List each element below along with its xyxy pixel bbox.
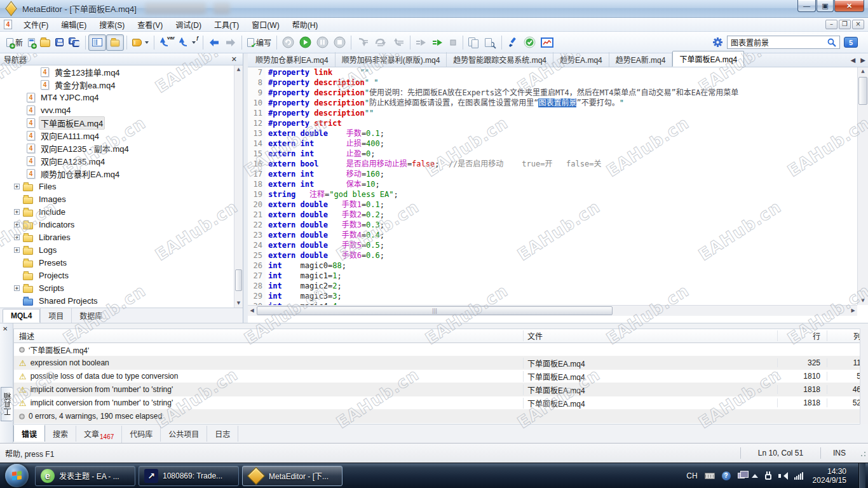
- toolbox-tab-错误[interactable]: 错误: [13, 424, 45, 442]
- volume-icon[interactable]: [778, 472, 787, 480]
- step-into-button[interactable]: [354, 34, 372, 51]
- code-line[interactable]: 20extern double 手数1=0.1;: [248, 200, 857, 210]
- code-line[interactable]: 9#property description"使用说明：先把面板EA放在Expe…: [248, 88, 857, 98]
- scroll-up-icon[interactable]: ▲: [234, 65, 243, 74]
- power-icon[interactable]: [765, 474, 771, 480]
- show-desktop-button[interactable]: [858, 463, 865, 488]
- code-line[interactable]: 23extern double 手数4=0.4;: [248, 230, 857, 240]
- gear-icon[interactable]: [712, 37, 723, 48]
- restart-debug-button[interactable]: [280, 34, 297, 51]
- tree-item[interactable]: 4黄金123挂单.mq4: [0, 65, 234, 78]
- scrollbar-thumb[interactable]: [858, 77, 867, 105]
- menu-item[interactable]: 搜索(S): [93, 17, 131, 32]
- stop-debug-button[interactable]: [331, 34, 348, 51]
- expand-icon[interactable]: +: [14, 285, 20, 291]
- scroll-right-icon[interactable]: ▶: [849, 306, 857, 316]
- scroll-up-icon[interactable]: ▲: [858, 67, 868, 76]
- editor-hscrollbar[interactable]: ◀ ||| ▶: [248, 305, 857, 316]
- code-line[interactable]: 28int magic2=2;: [248, 281, 857, 291]
- tree-item[interactable]: +Include: [0, 205, 234, 218]
- editor-tab[interactable]: 下单面板EA.mq4: [672, 51, 744, 67]
- code-line[interactable]: 15extern int 止盈=0;: [248, 149, 857, 159]
- menu-item[interactable]: 编辑(E): [55, 17, 93, 32]
- continue-button[interactable]: [430, 34, 446, 51]
- menu-item[interactable]: 帮助(H): [286, 17, 325, 32]
- error-row[interactable]: ⚠expression not boolean下单面板EA.mq432511: [14, 356, 867, 370]
- maximize-button[interactable]: ▣: [817, 0, 834, 12]
- navigator-close-icon[interactable]: ✕: [229, 55, 239, 64]
- expand-icon[interactable]: +: [14, 222, 20, 227]
- editor-tab[interactable]: 趋势EA新.mq4: [609, 52, 673, 67]
- tree-item[interactable]: 4顺势加仓暴利EA.mq4: [0, 167, 234, 180]
- code-line[interactable]: 8#property description" ": [248, 78, 857, 88]
- minimize-button[interactable]: —: [797, 0, 816, 12]
- tree-item[interactable]: 4黄金分割ea.mq4: [0, 78, 234, 91]
- code-line[interactable]: 25extern double 手数6=0.6;: [248, 250, 857, 261]
- toggle-navigator-button[interactable]: [88, 34, 106, 51]
- tree-item[interactable]: 4双向EA1235 - 副本.mq4: [0, 142, 234, 154]
- community-messages-button[interactable]: 5: [844, 37, 858, 48]
- toolbox-side-tab[interactable]: 工具箱: [1, 387, 13, 421]
- navigator-scrollbar[interactable]: ▲ ▼: [234, 65, 243, 308]
- code-line[interactable]: 22extern double 手数3=0.3;: [248, 220, 857, 230]
- column-line[interactable]: 行: [777, 330, 827, 341]
- code-line[interactable]: 12#property strict: [248, 118, 857, 128]
- new-file-button[interactable]: 新: [4, 34, 25, 51]
- tab-scroll-left-icon[interactable]: ◀: [851, 56, 856, 65]
- copy-button[interactable]: [466, 34, 482, 51]
- taskbar-app[interactable]: e发表主题 - EA - ...: [35, 466, 135, 486]
- toggle-toolbox-button[interactable]: [106, 34, 124, 51]
- code-line[interactable]: 14extern int 止损=400;: [248, 139, 857, 149]
- language-indicator[interactable]: CH: [686, 471, 697, 480]
- tree-item[interactable]: 4MT4 YJPC.mq4: [0, 91, 234, 104]
- code-line[interactable]: 7#property link "": [248, 67, 857, 78]
- toolbox-close-icon[interactable]: ✕: [3, 326, 8, 332]
- taskbar-app[interactable]: MetaEditor - [下...: [242, 466, 342, 486]
- tree-item[interactable]: Presets: [0, 256, 234, 269]
- tree-item[interactable]: +Indicators: [0, 218, 234, 231]
- vertical-splitter[interactable]: [243, 53, 248, 323]
- mdi-minimize-button[interactable]: –: [825, 20, 837, 29]
- tree-item[interactable]: Shared Projects: [0, 294, 234, 307]
- step-over-button[interactable]: [372, 34, 390, 51]
- tree-item[interactable]: Projects: [0, 269, 234, 281]
- error-row[interactable]: ⚠implicit conversion from 'number' to 's…: [14, 396, 867, 410]
- code-line[interactable]: 18extern int 保本=10;: [248, 179, 857, 189]
- tree-item[interactable]: Images: [0, 193, 234, 205]
- navigate-back-button[interactable]: [206, 34, 222, 51]
- menu-item[interactable]: 窗口(W): [245, 17, 285, 32]
- toolbox-tab-日志[interactable]: 日志: [207, 426, 238, 442]
- search-input[interactable]: 图表置前景: [727, 36, 840, 49]
- open-file-button[interactable]: [37, 34, 53, 51]
- mdi-close-button[interactable]: ×: [852, 20, 864, 29]
- styler-button[interactable]: [130, 34, 151, 51]
- check-latency-button[interactable]: [521, 34, 538, 51]
- step-out-button[interactable]: [390, 34, 407, 51]
- scroll-down-icon[interactable]: ▼: [234, 299, 243, 308]
- code-line[interactable]: 29int magic3=3;: [248, 291, 857, 301]
- code-line[interactable]: 13extern double 手数=0.1;: [248, 128, 857, 139]
- tree-item[interactable]: 4下单面板EA.mq4: [0, 116, 234, 129]
- code-line[interactable]: 16extern bool 是否启用移动止损=false; //是否启用移动 t…: [248, 159, 857, 169]
- code-line[interactable]: 10#property description"防止K线遮掉面板请设置，在图表属…: [248, 98, 857, 108]
- goto-function-button[interactable]: ƒ: [176, 34, 200, 51]
- window-stack-icon[interactable]: [738, 473, 745, 478]
- editor-tab[interactable]: 趋势EA.mq4: [553, 52, 609, 67]
- scroll-down-icon[interactable]: ▼: [858, 297, 868, 305]
- close-button[interactable]: ✕: [834, 0, 864, 12]
- navigate-forward-button[interactable]: [222, 34, 239, 51]
- show-hidden-icons[interactable]: [752, 474, 758, 478]
- taskbar-app[interactable]: ↗1080869: Trade...: [139, 466, 239, 486]
- code-line[interactable]: 24extern double 手数5=0.5;: [248, 240, 857, 250]
- code-line[interactable]: 27int magic1=1;: [248, 271, 857, 281]
- tree-item[interactable]: +Libraries: [0, 231, 234, 243]
- clock[interactable]: 14:30 2024/9/15: [813, 467, 846, 485]
- menu-item[interactable]: 文件(F): [17, 17, 55, 32]
- pause-debug-button[interactable]: [314, 34, 331, 51]
- save-all-button[interactable]: [66, 34, 83, 51]
- tree-item[interactable]: +Files: [0, 180, 234, 193]
- error-row[interactable]: ⚠implicit conversion from 'number' to 's…: [14, 383, 867, 396]
- code-line[interactable]: 21extern double 手数2=0.2;: [248, 210, 857, 220]
- expand-icon[interactable]: +: [14, 209, 20, 215]
- column-file[interactable]: 文件: [523, 330, 777, 341]
